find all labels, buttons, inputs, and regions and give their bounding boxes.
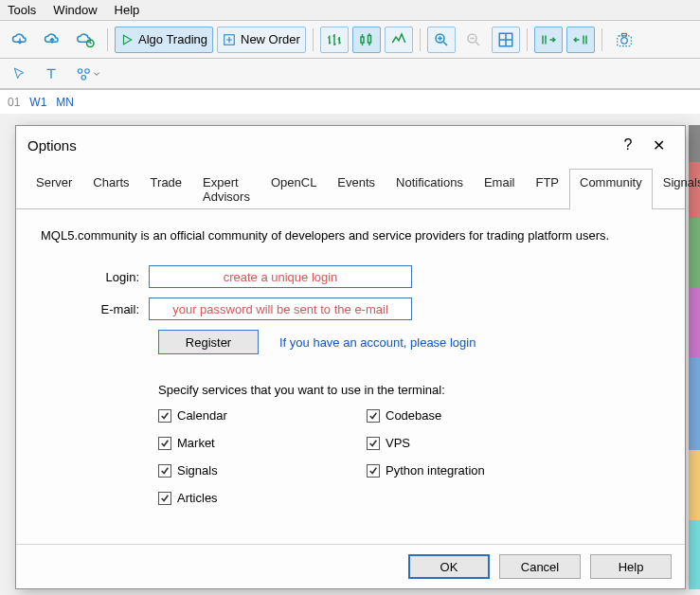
svg-point-10 [78, 68, 82, 73]
dialog-help-button[interactable]: ? [613, 134, 643, 156]
checkbox-signals-label: Signals [177, 463, 218, 478]
check-icon [158, 464, 171, 478]
chart-line-icon[interactable] [385, 27, 413, 53]
email-label: E-mail: [41, 302, 149, 316]
chart-candle-icon[interactable] [352, 27, 381, 53]
check-icon [158, 492, 171, 505]
checkbox-codebase[interactable]: Codebase [367, 408, 575, 423]
secondary-toolbar [0, 59, 700, 89]
login-label: Login: [41, 270, 149, 284]
check-icon [367, 437, 380, 450]
tab-opencl[interactable]: OpenCL [260, 169, 327, 209]
checkbox-calendar-label: Calendar [177, 408, 227, 423]
help-button[interactable]: Help [590, 554, 672, 579]
services-label: Specify services that you want to use in… [158, 383, 660, 397]
svg-point-12 [81, 75, 86, 80]
new-order-label: New Order [241, 32, 300, 46]
menu-tools[interactable]: Tools [8, 3, 36, 17]
dialog-tabs: Server Charts Trade Expert Advisors Open… [16, 162, 685, 209]
tf-mn[interactable]: MN [56, 96, 74, 109]
checkbox-articles[interactable]: Articles [158, 491, 367, 505]
checkbox-codebase-label: Codebase [386, 408, 441, 423]
tf-01[interactable]: 01 [8, 96, 20, 109]
checkbox-market-label: Market [177, 436, 215, 450]
login-link[interactable]: If you have an account, please login [279, 335, 476, 350]
algo-trading-button[interactable]: Algo Trading [115, 27, 213, 53]
tf-w1[interactable]: W1 [29, 96, 46, 109]
text-tool-icon[interactable] [38, 61, 64, 87]
email-input[interactable] [149, 298, 412, 320]
checkbox-vps-label: VPS [386, 436, 410, 450]
options-dialog: Options ? ✕ Server Charts Trade Expert A… [15, 125, 686, 589]
tab-charts[interactable]: Charts [82, 169, 139, 209]
new-order-button[interactable]: New Order [217, 27, 306, 53]
cloud-down-icon[interactable] [6, 27, 34, 53]
checkbox-calendar[interactable]: Calendar [158, 408, 367, 423]
tab-expert-advisors[interactable]: Expert Advisors [192, 169, 260, 209]
checkbox-python[interactable]: Python integration [367, 463, 575, 478]
cloud-up-icon[interactable] [38, 27, 66, 53]
login-input[interactable] [149, 265, 412, 288]
camera-icon[interactable] [609, 27, 639, 53]
tab-community[interactable]: Community [569, 169, 653, 209]
algo-trading-label: Algo Trading [138, 32, 207, 46]
check-icon [158, 409, 171, 423]
dialog-title: Options [27, 137, 77, 153]
svg-rect-3 [368, 35, 370, 43]
tab-events[interactable]: Events [327, 169, 386, 209]
dialog-titlebar: Options ? ✕ [16, 126, 685, 162]
svg-point-8 [621, 37, 628, 44]
main-toolbar: Algo Trading New Order [0, 21, 700, 59]
tab-signals[interactable]: Signals [653, 169, 700, 209]
tab-server[interactable]: Server [26, 169, 82, 209]
dialog-footer: OK Cancel Help [16, 544, 685, 588]
menu-help[interactable]: Help [115, 3, 140, 17]
tab-notifications[interactable]: Notifications [386, 169, 474, 209]
cloud-sync-icon[interactable] [70, 27, 100, 53]
menubar: Tools Window Help [0, 0, 700, 21]
tab-ftp[interactable]: FTP [525, 169, 569, 209]
checkbox-signals[interactable]: Signals [158, 463, 367, 478]
register-button[interactable]: Register [158, 330, 259, 354]
chart-bar-icon[interactable] [320, 27, 349, 53]
checkbox-vps[interactable]: VPS [367, 436, 575, 450]
check-icon [367, 464, 380, 478]
timeframe-bar: 01 W1 MN [0, 89, 700, 114]
shift-right-icon[interactable] [534, 27, 563, 53]
checkbox-market[interactable]: Market [158, 436, 367, 450]
check-icon [158, 437, 171, 450]
menu-window[interactable]: Window [53, 3, 97, 17]
window-grid-icon[interactable] [492, 27, 520, 53]
checkbox-articles-label: Articles [177, 491, 218, 505]
svg-rect-2 [361, 37, 364, 43]
cancel-button[interactable]: Cancel [499, 554, 581, 579]
intro-text: MQL5.community is an official community … [41, 228, 660, 243]
dialog-close-button[interactable]: ✕ [643, 134, 673, 156]
check-icon [367, 409, 380, 423]
svg-rect-9 [621, 33, 626, 35]
plus-box-icon [223, 33, 236, 46]
cursor-icon[interactable] [6, 61, 32, 87]
objects-icon[interactable] [70, 61, 106, 87]
checkbox-python-label: Python integration [386, 463, 485, 478]
services-checkbox-grid: Calendar Codebase Market VPS Signals Pyt… [158, 408, 660, 505]
dialog-body: MQL5.community is an official community … [16, 209, 685, 544]
shift-left-icon[interactable] [566, 27, 595, 53]
tab-email[interactable]: Email [474, 169, 526, 209]
play-icon [120, 33, 134, 46]
zoom-out-icon[interactable] [459, 27, 488, 53]
chevron-down-icon [93, 66, 100, 81]
zoom-in-icon[interactable] [427, 27, 456, 53]
svg-point-11 [85, 68, 90, 73]
tab-trade[interactable]: Trade [140, 169, 192, 209]
ok-button[interactable]: OK [408, 554, 490, 579]
